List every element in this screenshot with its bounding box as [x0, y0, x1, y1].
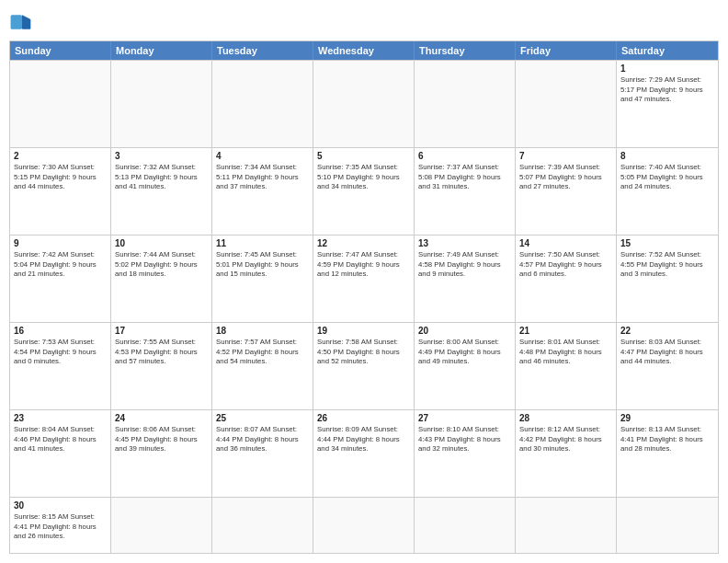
- logo: [9, 9, 39, 35]
- day-number: 9: [14, 238, 107, 248]
- day-number: 27: [418, 413, 511, 423]
- day-info: Sunrise: 7:30 AM Sunset: 5:15 PM Dayligh…: [14, 163, 107, 192]
- calendar-cell: 26Sunrise: 8:09 AM Sunset: 4:44 PM Dayli…: [313, 410, 415, 497]
- day-number: 28: [519, 413, 612, 423]
- calendar-cell: 19Sunrise: 7:58 AM Sunset: 4:50 PM Dayli…: [313, 323, 415, 409]
- day-info: Sunrise: 7:29 AM Sunset: 5:17 PM Dayligh…: [620, 75, 714, 105]
- day-info: Sunrise: 7:55 AM Sunset: 4:53 PM Dayligh…: [115, 338, 208, 367]
- calendar-week-3: 9Sunrise: 7:42 AM Sunset: 5:04 PM Daylig…: [10, 235, 718, 322]
- page-header: [9, 9, 719, 35]
- header-day-thursday: Thursday: [415, 41, 516, 60]
- day-number: 22: [620, 326, 714, 336]
- calendar-cell: 13Sunrise: 7:49 AM Sunset: 4:58 PM Dayli…: [415, 236, 516, 322]
- calendar-cell: 28Sunrise: 8:12 AM Sunset: 4:42 PM Dayli…: [516, 410, 617, 497]
- day-info: Sunrise: 7:35 AM Sunset: 5:10 PM Dayligh…: [317, 163, 410, 192]
- day-info: Sunrise: 7:49 AM Sunset: 4:58 PM Dayligh…: [418, 250, 511, 280]
- day-info: Sunrise: 8:03 AM Sunset: 4:47 PM Dayligh…: [620, 338, 714, 367]
- calendar-cell: 2Sunrise: 7:30 AM Sunset: 5:15 PM Daylig…: [10, 148, 111, 235]
- calendar-cell: 4Sunrise: 7:34 AM Sunset: 5:11 PM Daylig…: [212, 148, 313, 235]
- calendar-cell: 25Sunrise: 8:07 AM Sunset: 4:44 PM Dayli…: [212, 410, 313, 497]
- calendar-cell: [313, 498, 415, 553]
- day-number: 26: [317, 413, 410, 423]
- calendar-cell: 9Sunrise: 7:42 AM Sunset: 5:04 PM Daylig…: [10, 236, 111, 322]
- day-number: 21: [519, 326, 612, 336]
- calendar-cell: [415, 498, 516, 553]
- day-info: Sunrise: 7:32 AM Sunset: 5:13 PM Dayligh…: [115, 163, 208, 192]
- calendar-cell: 21Sunrise: 8:01 AM Sunset: 4:48 PM Dayli…: [516, 323, 617, 409]
- day-info: Sunrise: 8:15 AM Sunset: 4:41 PM Dayligh…: [14, 512, 107, 542]
- day-info: Sunrise: 7:50 AM Sunset: 4:57 PM Dayligh…: [519, 250, 612, 280]
- day-number: 19: [317, 326, 410, 336]
- calendar-cell: [212, 61, 313, 147]
- calendar-cell: [617, 498, 718, 553]
- day-number: 8: [620, 151, 714, 161]
- day-info: Sunrise: 7:58 AM Sunset: 4:50 PM Dayligh…: [317, 338, 410, 367]
- day-number: 24: [115, 413, 208, 423]
- calendar-cell: 1Sunrise: 7:29 AM Sunset: 5:17 PM Daylig…: [617, 61, 718, 147]
- header-day-sunday: Sunday: [10, 41, 111, 60]
- calendar-cell: 30Sunrise: 8:15 AM Sunset: 4:41 PM Dayli…: [10, 498, 111, 553]
- calendar-week-5: 23Sunrise: 8:04 AM Sunset: 4:46 PM Dayli…: [10, 409, 718, 497]
- calendar-cell: 14Sunrise: 7:50 AM Sunset: 4:57 PM Dayli…: [516, 236, 617, 322]
- calendar-week-2: 2Sunrise: 7:30 AM Sunset: 5:15 PM Daylig…: [10, 147, 718, 235]
- calendar-cell: 16Sunrise: 7:53 AM Sunset: 4:54 PM Dayli…: [10, 323, 111, 409]
- day-number: 29: [620, 413, 714, 423]
- calendar-cell: 3Sunrise: 7:32 AM Sunset: 5:13 PM Daylig…: [111, 148, 212, 235]
- day-number: 12: [317, 238, 410, 248]
- calendar-cell: 10Sunrise: 7:44 AM Sunset: 5:02 PM Dayli…: [111, 236, 212, 322]
- day-number: 3: [115, 151, 208, 161]
- day-info: Sunrise: 7:34 AM Sunset: 5:11 PM Dayligh…: [216, 163, 309, 192]
- header-day-saturday: Saturday: [617, 41, 718, 60]
- logo-icon: [9, 9, 35, 35]
- day-number: 11: [216, 238, 309, 248]
- calendar-cell: [10, 61, 111, 147]
- calendar-cell: 22Sunrise: 8:03 AM Sunset: 4:47 PM Dayli…: [617, 323, 718, 409]
- day-number: 16: [14, 326, 107, 336]
- day-number: 5: [317, 151, 410, 161]
- day-info: Sunrise: 8:10 AM Sunset: 4:43 PM Dayligh…: [418, 425, 511, 454]
- calendar-cell: [415, 61, 516, 147]
- header-day-wednesday: Wednesday: [313, 41, 415, 60]
- calendar-cell: 24Sunrise: 8:06 AM Sunset: 4:45 PM Dayli…: [111, 410, 212, 497]
- day-info: Sunrise: 7:53 AM Sunset: 4:54 PM Dayligh…: [14, 338, 107, 367]
- day-number: 15: [620, 238, 714, 248]
- day-info: Sunrise: 7:37 AM Sunset: 5:08 PM Dayligh…: [418, 163, 511, 192]
- calendar: SundayMondayTuesdayWednesdayThursdayFrid…: [9, 40, 719, 554]
- day-number: 13: [418, 238, 511, 248]
- svg-rect-0: [11, 15, 22, 29]
- day-info: Sunrise: 8:13 AM Sunset: 4:41 PM Dayligh…: [620, 425, 714, 454]
- calendar-header: SundayMondayTuesdayWednesdayThursdayFrid…: [10, 41, 718, 60]
- day-number: 2: [14, 151, 107, 161]
- day-number: 30: [14, 500, 107, 511]
- day-number: 1: [620, 63, 714, 74]
- day-info: Sunrise: 8:06 AM Sunset: 4:45 PM Dayligh…: [115, 425, 208, 454]
- header-day-tuesday: Tuesday: [212, 41, 313, 60]
- day-number: 25: [216, 413, 309, 423]
- calendar-cell: 27Sunrise: 8:10 AM Sunset: 4:43 PM Dayli…: [415, 410, 516, 497]
- calendar-cell: [516, 498, 617, 553]
- day-number: 17: [115, 326, 208, 336]
- day-info: Sunrise: 7:40 AM Sunset: 5:05 PM Dayligh…: [620, 163, 714, 192]
- calendar-body: 1Sunrise: 7:29 AM Sunset: 5:17 PM Daylig…: [10, 60, 718, 553]
- day-info: Sunrise: 7:47 AM Sunset: 4:59 PM Dayligh…: [317, 250, 410, 280]
- calendar-cell: 8Sunrise: 7:40 AM Sunset: 5:05 PM Daylig…: [617, 148, 718, 235]
- calendar-cell: [516, 61, 617, 147]
- day-info: Sunrise: 7:42 AM Sunset: 5:04 PM Dayligh…: [14, 250, 107, 280]
- day-info: Sunrise: 7:44 AM Sunset: 5:02 PM Dayligh…: [115, 250, 208, 280]
- calendar-cell: 15Sunrise: 7:52 AM Sunset: 4:55 PM Dayli…: [617, 236, 718, 322]
- calendar-week-4: 16Sunrise: 7:53 AM Sunset: 4:54 PM Dayli…: [10, 322, 718, 409]
- day-number: 23: [14, 413, 107, 423]
- calendar-cell: 29Sunrise: 8:13 AM Sunset: 4:41 PM Dayli…: [617, 410, 718, 497]
- calendar-cell: 7Sunrise: 7:39 AM Sunset: 5:07 PM Daylig…: [516, 148, 617, 235]
- day-info: Sunrise: 7:52 AM Sunset: 4:55 PM Dayligh…: [620, 250, 714, 280]
- calendar-cell: 5Sunrise: 7:35 AM Sunset: 5:10 PM Daylig…: [313, 148, 415, 235]
- calendar-cell: [313, 61, 415, 147]
- svg-rect-2: [22, 19, 30, 29]
- day-info: Sunrise: 8:00 AM Sunset: 4:49 PM Dayligh…: [418, 338, 511, 367]
- day-info: Sunrise: 8:01 AM Sunset: 4:48 PM Dayligh…: [519, 338, 612, 367]
- day-info: Sunrise: 7:39 AM Sunset: 5:07 PM Dayligh…: [519, 163, 612, 192]
- calendar-week-1: 1Sunrise: 7:29 AM Sunset: 5:17 PM Daylig…: [10, 60, 718, 147]
- day-number: 4: [216, 151, 309, 161]
- calendar-cell: 18Sunrise: 7:57 AM Sunset: 4:52 PM Dayli…: [212, 323, 313, 409]
- calendar-week-6: 30Sunrise: 8:15 AM Sunset: 4:41 PM Dayli…: [10, 497, 718, 553]
